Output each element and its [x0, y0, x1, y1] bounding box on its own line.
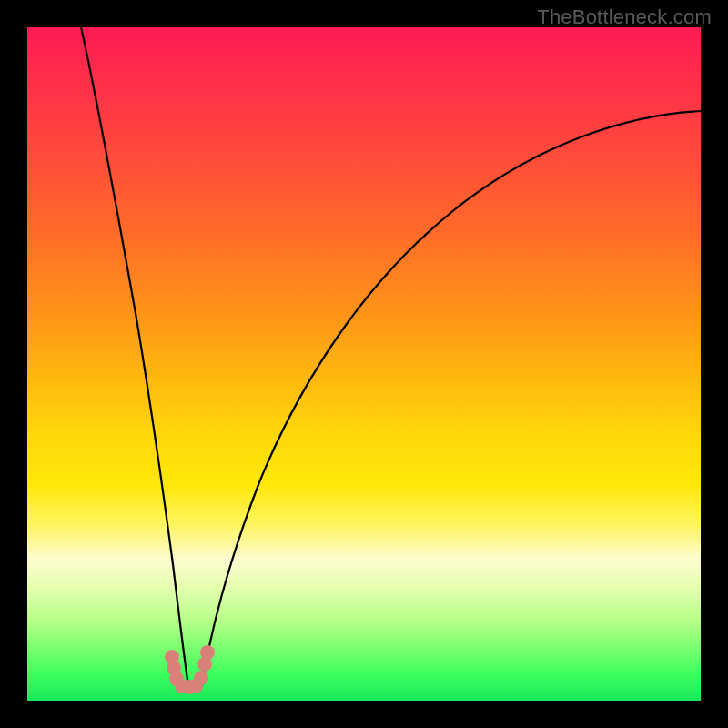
plot-area — [27, 27, 701, 701]
chart-frame: TheBottleneck.com — [0, 0, 728, 728]
curve-layer — [27, 27, 701, 701]
marker-dot — [194, 671, 208, 685]
curve-left-branch — [81, 27, 188, 686]
marker-dot — [200, 645, 215, 660]
watermark-text: TheBottleneck.com — [537, 5, 712, 29]
curve-right-branch — [202, 111, 701, 686]
